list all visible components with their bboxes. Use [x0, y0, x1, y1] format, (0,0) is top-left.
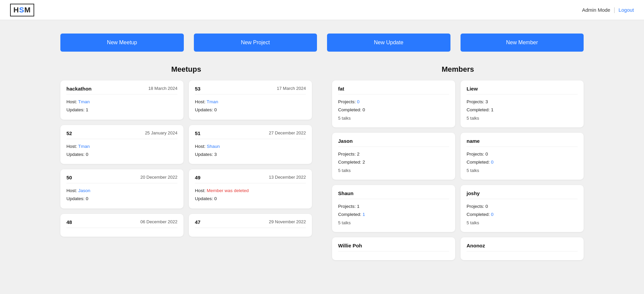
new-member-button[interactable]: New Member: [461, 34, 584, 52]
new-meetup-button[interactable]: New Meetup: [60, 34, 184, 52]
member-projects: Projects: 0: [338, 98, 449, 106]
member-completed: Completed: 1: [338, 211, 449, 219]
member-body: Projects: 0Completed: 05 talks: [338, 98, 449, 122]
member-talks: 5 talks: [338, 167, 449, 174]
member-projects: Projects: 3: [467, 98, 578, 106]
meetups-grid: hackathon 18 March 2024 Host: TmanUpdate…: [60, 80, 312, 237]
header-divider: |: [613, 6, 615, 13]
member-talks: 5 talks: [467, 167, 578, 174]
member-body: Projects: 2Completed: 25 talks: [338, 150, 449, 174]
new-update-button[interactable]: New Update: [327, 34, 450, 52]
member-name: Willie Poh: [338, 243, 362, 248]
member-projects: Projects: 1: [338, 202, 449, 211]
meetup-date: 13 December 2022: [269, 175, 306, 180]
meetups-title: Meetups: [60, 65, 312, 74]
member-completed: Completed: 0: [467, 158, 578, 166]
meetup-card[interactable]: 51 27 December 2022 Host: ShaunUpdates: …: [189, 125, 312, 164]
meetup-title: 53: [195, 86, 201, 92]
member-body: Projects: 0Completed: 05 talks: [467, 202, 578, 227]
meetup-title: 47: [195, 219, 201, 225]
member-talks: 5 talks: [338, 219, 449, 227]
member-card[interactable]: Liew Projects: 3Completed: 15 talks: [461, 80, 584, 127]
member-name: joshy: [467, 190, 480, 196]
member-body: Projects: 1Completed: 15 talks: [338, 202, 449, 227]
meetup-body: Host: TmanUpdates: 1: [66, 98, 177, 114]
meetup-body: Host: Member was deletedUpdates: 0: [195, 187, 306, 203]
member-body: Projects: 3Completed: 15 talks: [467, 98, 578, 122]
member-name: Jason: [338, 138, 353, 144]
meetup-card[interactable]: 52 25 January 2024 Host: TmanUpdates: 0: [60, 125, 183, 164]
meetup-date: 18 March 2024: [148, 86, 177, 91]
member-name: fat: [338, 86, 344, 92]
member-projects: Projects: 0: [467, 202, 578, 211]
meetup-date: 25 January 2024: [145, 130, 177, 135]
logout-button[interactable]: Logout: [619, 7, 634, 13]
meetup-title: 49: [195, 175, 201, 180]
member-card[interactable]: Willie Poh: [332, 237, 455, 260]
member-card[interactable]: name Projects: 0Completed: 05 talks: [461, 133, 584, 180]
meetup-title: 50: [66, 175, 72, 180]
meetup-host: Host: Member was deleted: [195, 187, 306, 195]
meetup-body: Host: JasonUpdates: 0: [66, 187, 177, 203]
member-name: Liew: [467, 86, 478, 92]
member-name: name: [467, 138, 480, 144]
header: HSM Admin Mode | Logout: [0, 0, 644, 20]
meetup-host: Host: Shaun: [195, 142, 306, 151]
member-card[interactable]: Anonoz: [461, 237, 584, 260]
meetup-updates: Updates: 1: [66, 106, 177, 114]
meetup-date: 06 December 2022: [140, 219, 177, 224]
meetup-body: Host: TmanUpdates: 0: [195, 98, 306, 114]
member-completed: Completed: 0: [338, 106, 449, 114]
meetup-host: Host: Tman: [195, 98, 306, 106]
meetup-updates: Updates: 0: [66, 151, 177, 159]
member-name: Anonoz: [467, 243, 485, 248]
logo: HSM: [10, 4, 34, 16]
meetup-host: Host: Tman: [66, 142, 177, 151]
meetup-updates: Updates: 0: [195, 195, 306, 203]
meetup-title: 48: [66, 219, 72, 225]
meetup-card[interactable]: 53 17 March 2024 Host: TmanUpdates: 0: [189, 80, 312, 120]
member-completed: Completed: 2: [338, 158, 449, 166]
member-card[interactable]: Shaun Projects: 1Completed: 15 talks: [332, 185, 455, 232]
meetup-card[interactable]: 48 06 December 2022: [60, 214, 183, 237]
meetup-card[interactable]: 49 13 December 2022 Host: Member was del…: [189, 169, 312, 209]
meetup-host: Host: Tman: [66, 98, 177, 106]
meetup-date: 17 March 2024: [277, 86, 306, 91]
member-card[interactable]: fat Projects: 0Completed: 05 talks: [332, 80, 455, 127]
member-talks: 5 talks: [467, 219, 578, 227]
meetup-body: Host: TmanUpdates: 0: [66, 142, 177, 159]
meetups-section: Meetups hackathon 18 March 2024 Host: Tm…: [60, 65, 312, 260]
member-completed: Completed: 0: [467, 211, 578, 219]
member-completed: Completed: 1: [467, 106, 578, 114]
meetup-card[interactable]: hackathon 18 March 2024 Host: TmanUpdate…: [60, 80, 183, 120]
meetup-title: 52: [66, 130, 72, 136]
meetup-body: Host: ShaunUpdates: 3: [195, 142, 306, 159]
members-title: Members: [332, 65, 584, 74]
meetup-title: 51: [195, 130, 201, 136]
meetup-host: Host: Jason: [66, 187, 177, 195]
meetup-title: hackathon: [66, 86, 92, 92]
members-section: Members fat Projects: 0Completed: 05 tal…: [332, 65, 584, 260]
member-projects: Projects: 2: [338, 150, 449, 158]
meetup-date: 27 December 2022: [269, 130, 306, 135]
member-body: Projects: 0Completed: 05 talks: [467, 150, 578, 174]
member-name: Shaun: [338, 190, 354, 196]
meetup-card[interactable]: 47 29 November 2022: [189, 214, 312, 237]
action-buttons-row: New Meetup New Project New Update New Me…: [60, 34, 584, 52]
new-project-button[interactable]: New Project: [194, 34, 317, 52]
member-card[interactable]: joshy Projects: 0Completed: 05 talks: [461, 185, 584, 232]
member-talks: 5 talks: [338, 114, 449, 122]
meetup-card[interactable]: 50 20 December 2022 Host: JasonUpdates: …: [60, 169, 183, 209]
member-projects: Projects: 0: [467, 150, 578, 158]
meetup-date: 20 December 2022: [140, 175, 177, 180]
members-grid: fat Projects: 0Completed: 05 talks Liew …: [332, 80, 584, 260]
meetup-updates: Updates: 0: [195, 106, 306, 114]
meetup-updates: Updates: 3: [195, 151, 306, 159]
member-card[interactable]: Jason Projects: 2Completed: 25 talks: [332, 133, 455, 180]
meetup-updates: Updates: 0: [66, 195, 177, 203]
member-talks: 5 talks: [467, 114, 578, 122]
meetup-date: 29 November 2022: [269, 219, 306, 224]
admin-mode-label: Admin Mode: [582, 7, 610, 13]
